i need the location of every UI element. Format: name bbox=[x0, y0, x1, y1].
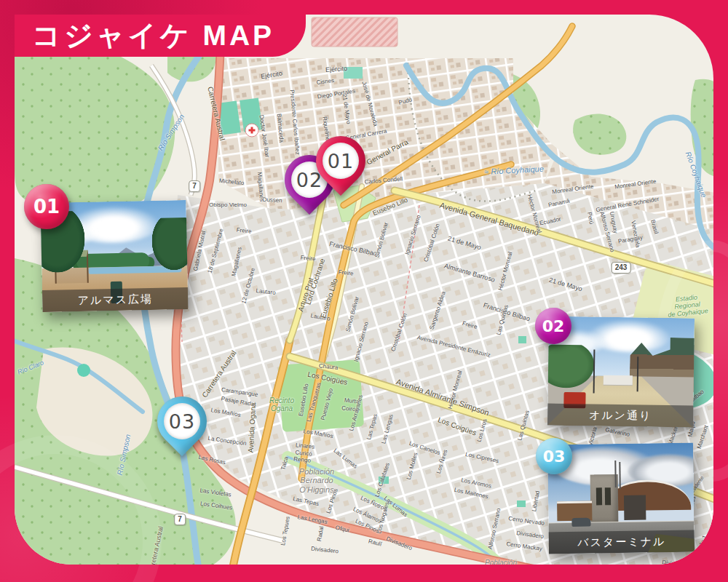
route-badge: 243 bbox=[612, 262, 631, 274]
photo-caption: アルマス広場 bbox=[42, 287, 189, 312]
page-title: コジャイケ MAP bbox=[32, 16, 274, 55]
badge-03: 03 bbox=[536, 438, 572, 474]
pin-number: 01 bbox=[323, 143, 359, 179]
photo-caption: オルン通り bbox=[547, 404, 693, 428]
city-map: EjércitoEjércitoCisnesDiego Portales21 d… bbox=[15, 15, 713, 565]
pin-number: 03 bbox=[164, 403, 200, 439]
hospital-icon bbox=[245, 124, 259, 137]
pin-circle: 03 bbox=[157, 396, 208, 447]
route-badge: 7 bbox=[174, 514, 186, 525]
badge-02: 02 bbox=[535, 308, 571, 344]
photo-caption: バスターミナル bbox=[549, 530, 695, 554]
pin-circle: 01 bbox=[315, 135, 367, 187]
route-badge: 7 bbox=[189, 180, 200, 192]
badge-01: 01 bbox=[24, 184, 69, 229]
map-poster: EjércitoEjércitoCisnesDiego Portales21 d… bbox=[0, 0, 728, 582]
title-banner: コジャイケ MAP bbox=[15, 15, 306, 57]
